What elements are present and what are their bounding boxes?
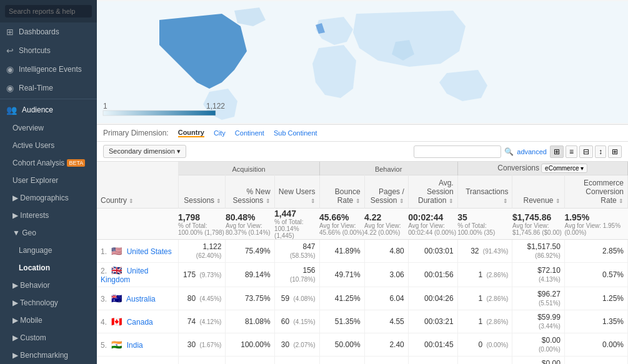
view-list-btn[interactable]: ≡ (566, 145, 577, 158)
col-new-users: New Users ⇕ (274, 175, 319, 209)
cell-new-sessions-pct-4: 100.00% (226, 333, 274, 357)
cell-sessions-3: 74 (4.12%) (178, 310, 226, 333)
cell-transactions-2: 1 (2.86%) (457, 287, 512, 310)
cell-bounce-4: 50.00% (319, 333, 364, 357)
cell-revenue-4: $0.00 (0.00%) (512, 333, 564, 357)
country-link-2[interactable]: Australia (126, 295, 156, 303)
cell-bounce-5: 90.91% (319, 357, 364, 365)
cell-new-users-4: 30 (2.07%) (274, 333, 319, 357)
cell-ecomm-rate-4: 0.00% (564, 333, 627, 357)
sidebar-item-intelligence[interactable]: ◉ Intelligence Events (0, 60, 97, 79)
cell-transactions-4: 0 (0.00%) (457, 333, 512, 357)
sort-avg-session[interactable]: ⇕ (449, 198, 454, 204)
sidebar-item-overview[interactable]: Overview (0, 119, 97, 137)
sidebar-item-interests[interactable]: ▶ Interests (0, 207, 97, 224)
view-pivot-btn[interactable]: ⊟ (579, 145, 593, 158)
dim-city[interactable]: City (214, 129, 226, 137)
intelligence-icon: ◉ (6, 64, 14, 74)
section-behavior: Behavior (319, 162, 457, 175)
col-bounce: Bounce Rate ⇕ (319, 175, 364, 209)
cell-avg-session-1: 00:01:56 (408, 263, 457, 287)
sidebar-item-behavior[interactable]: ▶ Behavior (0, 277, 97, 294)
cell-sessions-4: 30 (1.67%) (178, 333, 226, 357)
cell-avg-session-3: 00:03:21 (408, 310, 457, 333)
secondary-dimension-button[interactable]: Secondary dimension ▾ (103, 145, 186, 158)
sidebar-item-audience[interactable]: 👥 Audience (0, 101, 97, 119)
sidebar-item-benchmarking[interactable]: ▶ Benchmarking (0, 347, 97, 364)
country-link-4[interactable]: India (127, 341, 143, 350)
ecommerce-btn[interactable]: eCommerce ▾ (541, 164, 587, 173)
search-icon[interactable]: 🔍 (504, 147, 514, 156)
sidebar-item-realtime[interactable]: ◉ Real-Time (0, 79, 97, 97)
sort-pages[interactable]: ⇕ (399, 198, 404, 204)
sidebar-item-mobile[interactable]: ▶ Mobile (0, 312, 97, 329)
data-table: Country ⇕ Acquisition Behavior Conversio… (97, 162, 628, 364)
sidebar-item-dashboards[interactable]: ⊞ Dashboards (0, 22, 97, 41)
avg-label (97, 209, 178, 240)
avg-new-sessions: 80.48% Avg for View: 80.37% (0.14%) (226, 209, 274, 240)
sort-sessions[interactable]: ⇕ (216, 198, 221, 204)
cell-sessions-1: 175 (9.73%) (178, 263, 226, 287)
cell-new-sessions-pct-2: 73.75% (226, 287, 274, 310)
sort-revenue[interactable]: ⇕ (556, 198, 561, 204)
average-row: 1,798 % of Total: 100.00% (1,798) 80.48%… (97, 209, 628, 240)
col-pages: Pages / Session ⇕ (364, 175, 408, 209)
cell-revenue-0: $1,517.50 (86.92%) (512, 240, 564, 263)
search-input[interactable] (5, 5, 92, 17)
cell-country-5: 6. 🇧🇷 Brazil (97, 357, 178, 365)
sidebar-item-userexplorer[interactable]: User Explorer (0, 172, 97, 189)
sort-transactions[interactable]: ⇕ (503, 198, 508, 204)
row-num-4: 5. (101, 341, 107, 350)
cell-pages-3: 4.55 (364, 310, 408, 333)
row-num-2: 3. (101, 295, 107, 303)
table-row: 5. 🇮🇳 India 30 (1.67%) 100.00% 30 (2.07%… (97, 333, 628, 357)
advanced-link[interactable]: advanced (517, 148, 547, 155)
sort-new-sessions[interactable]: ⇕ (266, 198, 271, 204)
cell-transactions-5: 0 (0.00%) (457, 357, 512, 365)
country-link-1[interactable]: United Kingdom (101, 267, 148, 284)
sidebar-item-cohort[interactable]: Cohort Analysis BETA (0, 154, 97, 172)
cell-bounce-1: 49.71% (319, 263, 364, 287)
table-search-input[interactable] (414, 145, 501, 158)
view-compare-btn[interactable]: ↕ (595, 145, 606, 158)
table-row: 6. 🇧🇷 Brazil 22 (1.22%) 100.00% 22 (1.52… (97, 357, 628, 365)
avg-new-users: 1,447 % of Total: 100.14% (1,445) (274, 209, 319, 240)
sidebar-item-shortcuts[interactable]: ↩ Shortcuts (0, 41, 97, 60)
avg-ecomm-rate: 1.95% Avg for View: 1.95% (0.00%) (564, 209, 627, 240)
sort-bounce[interactable]: ⇕ (356, 198, 361, 204)
search-area: 🔍 advanced ⊞ ≡ ⊟ ↕ ⊞ (414, 145, 622, 158)
dim-country[interactable]: Country (178, 129, 204, 137)
data-table-container: Country ⇕ Acquisition Behavior Conversio… (97, 162, 628, 364)
cell-pages-1: 3.06 (364, 263, 408, 287)
cell-country-1: 2. 🇬🇧 United Kingdom (97, 263, 178, 287)
cell-new-users-0: 847 (58.53%) (274, 240, 319, 263)
dim-continent[interactable]: Continent (235, 129, 264, 137)
sidebar-item-custom[interactable]: ▶ Custom (0, 329, 97, 347)
avg-session-dur: 00:02:44 Avg for View: 00:02:44 (0.00%) (408, 209, 457, 240)
cell-new-users-2: 59 (4.08%) (274, 287, 319, 310)
sort-arrow-country[interactable]: ⇕ (129, 198, 134, 204)
sort-new-users[interactable]: ⇕ (311, 198, 316, 204)
cell-pages-5: 1.27 (364, 357, 408, 365)
sidebar-item-location[interactable]: Location (0, 259, 97, 277)
country-link-0[interactable]: United States (127, 247, 172, 256)
sidebar-item-geo[interactable]: ▼ Geo (0, 224, 97, 242)
cell-new-users-3: 60 (4.15%) (274, 310, 319, 333)
sort-ecomm-rate[interactable]: ⇕ (619, 198, 624, 204)
avg-transactions: 35 % of Total: 100.00% (35) (457, 209, 512, 240)
sidebar-item-language[interactable]: Language (0, 242, 97, 259)
cell-new-sessions-pct-1: 89.14% (226, 263, 274, 287)
sidebar-item-technology[interactable]: ▶ Technology (0, 294, 97, 312)
flag-2: 🇦🇺 (111, 293, 122, 303)
view-chart-btn[interactable]: ⊞ (608, 145, 622, 158)
sidebar-item-demographics[interactable]: ▶ Demographics (0, 189, 97, 207)
cell-bounce-2: 41.25% (319, 287, 364, 310)
main-content: 1 1,122 Primary Dimension: Country City … (97, 0, 628, 364)
view-table-btn[interactable]: ⊞ (550, 145, 564, 158)
sidebar: ⊞ Dashboards ↩ Shortcuts ◉ Intelligence … (0, 0, 97, 364)
cell-new-sessions-pct-5: 100.00% (226, 357, 274, 365)
dim-subcontinent[interactable]: Sub Continent (274, 129, 317, 137)
sidebar-item-activeusers[interactable]: Active Users (0, 137, 97, 154)
country-link-3[interactable]: Canada (127, 318, 153, 327)
avg-bounce: 45.66% Avg for View: 45.66% (0.00%) (319, 209, 364, 240)
